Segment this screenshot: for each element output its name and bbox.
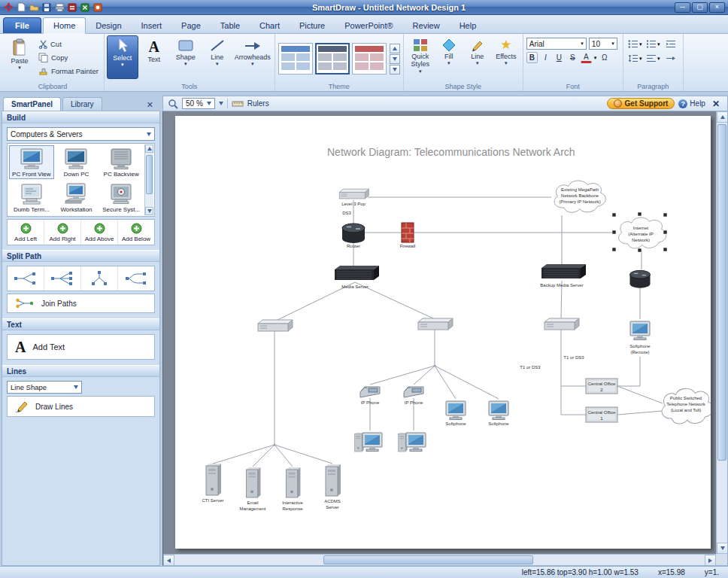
tab-design[interactable]: Design bbox=[86, 18, 131, 33]
maximize-button[interactable]: ▢ bbox=[692, 2, 708, 13]
node-cti-server[interactable] bbox=[206, 464, 221, 495]
tab-insert[interactable]: Insert bbox=[132, 18, 172, 33]
scroll-thumb[interactable] bbox=[146, 155, 153, 194]
draw-lines-button[interactable]: Draw Lines bbox=[7, 396, 155, 417]
indent-button[interactable] bbox=[663, 38, 679, 50]
symbol-button[interactable]: Ω bbox=[599, 52, 610, 63]
shape-item-secure-system[interactable]: Secure Syst... bbox=[99, 181, 144, 214]
tab-review[interactable]: Review bbox=[403, 18, 450, 33]
tab-chart[interactable]: Chart bbox=[250, 18, 290, 33]
node-softphone-1[interactable] bbox=[446, 401, 466, 420]
help-button[interactable]: ? Help bbox=[678, 99, 705, 108]
node-ip-phone-1[interactable] bbox=[360, 387, 380, 397]
horizontal-scroll-thumb[interactable] bbox=[323, 555, 533, 564]
node-switch-3[interactable] bbox=[544, 318, 579, 330]
drawing-page[interactable]: Network Diagram: Telecommunications Netw… bbox=[175, 116, 711, 549]
shape-item-down-pc[interactable]: Down PC bbox=[54, 145, 99, 179]
underline-button[interactable]: U bbox=[554, 52, 565, 63]
strikethrough-button[interactable]: S bbox=[567, 52, 578, 63]
text-tool-button[interactable]: A Text bbox=[138, 35, 170, 79]
shape-tool-button[interactable]: Shape ▾ bbox=[170, 35, 202, 79]
cut-button[interactable]: Cut bbox=[37, 38, 100, 50]
scroll-down-arrow[interactable] bbox=[717, 543, 728, 554]
quick-styles-button[interactable]: Quick Styles ▾ bbox=[406, 35, 435, 79]
add-left-button[interactable]: Add Left bbox=[8, 220, 44, 245]
scroll-up-arrow[interactable] bbox=[145, 144, 153, 153]
node-backup-media-server[interactable] bbox=[541, 264, 586, 278]
rulers-toggle[interactable]: Rulers bbox=[247, 99, 269, 108]
theme-scroll-up-button[interactable] bbox=[390, 44, 400, 53]
effects-button[interactable]: ★ Effects ▾ bbox=[492, 35, 520, 79]
diagram-title[interactable]: Network Diagram: Telecommunications Netw… bbox=[327, 146, 575, 158]
zoom-menu-caret[interactable] bbox=[219, 102, 223, 105]
canvas-viewport[interactable]: Network Diagram: Telecommunications Netw… bbox=[162, 111, 728, 566]
shape-grid-scrollbar[interactable] bbox=[144, 144, 153, 215]
font-size-select[interactable]: 10▾ bbox=[589, 38, 617, 50]
node-level3-pop[interactable] bbox=[339, 189, 369, 199]
scroll-up-arrow[interactable] bbox=[717, 111, 728, 123]
split-down-button[interactable] bbox=[81, 266, 118, 291]
node-firewall[interactable] bbox=[402, 223, 414, 242]
open-icon[interactable] bbox=[29, 2, 39, 13]
theme-thumbnail-1[interactable] bbox=[278, 43, 313, 75]
node-router[interactable] bbox=[342, 224, 365, 243]
scroll-down-arrow[interactable] bbox=[145, 207, 153, 215]
add-text-button[interactable]: A Add Text bbox=[7, 334, 155, 360]
node-switch-1[interactable] bbox=[258, 320, 293, 331]
zoom-level-select[interactable]: 50 % bbox=[182, 98, 215, 109]
theme-thumbnail-3[interactable] bbox=[352, 43, 387, 75]
copy-button[interactable]: Copy bbox=[37, 52, 100, 63]
node-acdms-server[interactable] bbox=[326, 464, 341, 496]
italic-button[interactable]: I bbox=[540, 52, 551, 63]
new-document-icon[interactable] bbox=[16, 2, 26, 13]
node-ip-phone-2[interactable] bbox=[404, 387, 423, 397]
node-media-server[interactable] bbox=[335, 266, 379, 280]
paste-button[interactable]: Paste ▾ bbox=[4, 35, 35, 79]
tab-library[interactable]: Library bbox=[62, 97, 102, 111]
shape-item-pc-front-view[interactable]: PC Front View bbox=[9, 145, 54, 179]
split-curve-button[interactable] bbox=[118, 266, 154, 291]
get-support-button[interactable]: Get Support bbox=[607, 98, 675, 109]
tab-picture[interactable]: Picture bbox=[290, 18, 335, 33]
add-below-button[interactable]: Add Below bbox=[118, 220, 154, 245]
format-painter-button[interactable]: Format Painter bbox=[37, 65, 100, 77]
node-switch-2[interactable] bbox=[418, 318, 453, 330]
bold-button[interactable]: B bbox=[526, 52, 538, 63]
node-computer-1[interactable] bbox=[355, 433, 382, 452]
node-router-2[interactable] bbox=[630, 270, 651, 287]
node-interactive-response[interactable] bbox=[286, 467, 300, 497]
save-icon[interactable] bbox=[41, 2, 52, 13]
fill-button[interactable]: Fill ▾ bbox=[435, 35, 463, 79]
text-direction-button[interactable] bbox=[663, 53, 679, 64]
node-email-management[interactable] bbox=[246, 467, 260, 497]
line-spacing-button[interactable]: ▾ bbox=[627, 53, 643, 64]
arrowheads-button[interactable]: Arrowheads ▾ bbox=[233, 35, 272, 79]
line-style-button[interactable]: Line ▾ bbox=[463, 35, 492, 79]
export-excel-icon[interactable] bbox=[80, 2, 90, 13]
vertical-scroll-thumb[interactable] bbox=[717, 124, 726, 461]
tab-smartpanel[interactable]: SmartPanel bbox=[3, 97, 61, 111]
node-softphone-2[interactable] bbox=[489, 401, 508, 420]
font-family-select[interactable]: Arial▾ bbox=[526, 38, 587, 50]
sidebar-close-button[interactable]: ✕ bbox=[144, 99, 156, 111]
theme-thumbnail-2[interactable] bbox=[315, 43, 350, 75]
split-three-button[interactable] bbox=[44, 266, 81, 291]
export-powerpoint-icon[interactable] bbox=[93, 2, 103, 13]
numbered-list-button[interactable]: ▾ bbox=[645, 38, 661, 50]
join-paths-button[interactable]: Join Paths bbox=[7, 294, 155, 313]
shape-category-select[interactable]: Computers & Servers bbox=[7, 127, 155, 141]
tab-page[interactable]: Page bbox=[171, 18, 211, 33]
tab-table[interactable]: Table bbox=[211, 18, 250, 33]
select-tool-button[interactable]: Select ▾ bbox=[107, 35, 138, 79]
tab-powerpoint[interactable]: PowerPoint® bbox=[335, 18, 402, 33]
theme-more-button[interactable] bbox=[390, 65, 400, 75]
node-softphone-remote[interactable] bbox=[630, 321, 650, 340]
align-button[interactable]: ▾ bbox=[645, 53, 661, 64]
tab-home[interactable]: Home bbox=[43, 17, 86, 34]
bullet-list-button[interactable]: ▾ bbox=[627, 38, 643, 50]
tab-file[interactable]: File bbox=[3, 17, 41, 33]
font-color-button[interactable]: A bbox=[581, 52, 592, 63]
shape-item-pc-backview[interactable]: PC Backview bbox=[99, 145, 144, 179]
close-button[interactable]: × bbox=[709, 2, 725, 13]
horizontal-scrollbar[interactable] bbox=[163, 554, 716, 565]
